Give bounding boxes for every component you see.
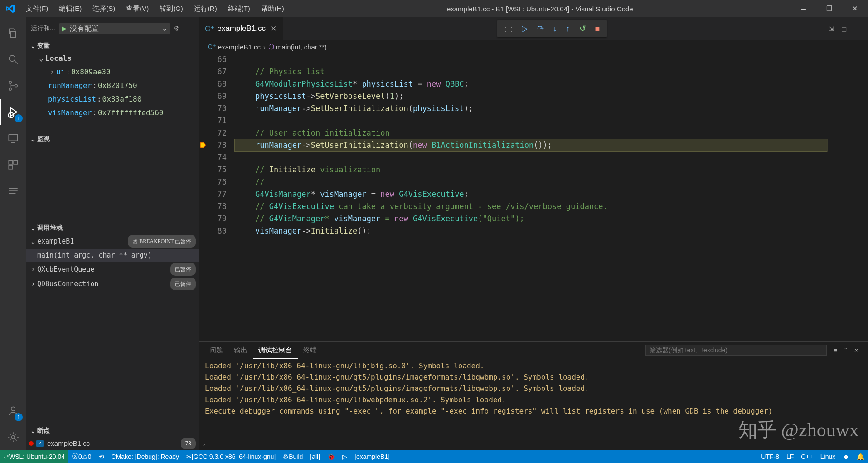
svg-rect-9 [14,160,18,164]
account-icon[interactable]: 1 [0,398,26,424]
watermark: 知乎 @zhouwx [738,417,859,443]
build-target[interactable]: [all] [306,453,324,460]
open-changes-icon[interactable]: ⇲ [825,25,838,32]
editor-tab[interactable]: C⁺ exampleB1.cc ✕ [199,17,283,40]
chevron-down-icon: ⌄ [29,224,37,232]
explorer-icon[interactable] [0,20,26,46]
svg-point-0 [9,55,15,61]
run-launch-icon[interactable]: ▷ [339,453,351,460]
close-button[interactable]: ✕ [842,0,868,17]
glyph-margin[interactable] [199,54,208,341]
remote-explorer-icon[interactable] [0,125,26,151]
more-icon[interactable]: ⋯ [182,24,194,33]
locals-scope[interactable]: ⌄ Locals [26,52,199,65]
output-tab[interactable]: 输出 [228,342,253,358]
restart-button[interactable]: ↺ [575,24,591,34]
menu-edit[interactable]: 编辑(E) [53,0,87,17]
menu-help[interactable]: 帮助(H) [256,0,290,17]
more-actions-icon[interactable]: ⋯ [850,25,863,32]
menu-bar: 文件(F) 编辑(E) 选择(S) 查看(V) 转到(G) 运行(R) 终端(T… [20,0,290,17]
vscode-logo-icon [0,0,20,17]
variable-row[interactable]: physicsList: 0x83af180 [26,93,199,106]
grip-icon[interactable]: ⋮⋮ [500,25,517,32]
remote-indicator[interactable]: ⇄ WSL: Ubuntu-20.04 [0,450,68,463]
run-and-debug-label: 运行和... [31,24,59,33]
language-mode[interactable]: C++ [797,453,816,460]
menu-select[interactable]: 选择(S) [87,0,121,17]
breakpoints-section-header[interactable]: ⌄ 断点 [26,425,199,437]
debug-toolbar[interactable]: ⋮⋮ ▷ ↷ ↓ ↑ ↺ ■ [497,20,607,37]
kit-status[interactable]: ✂ [GCC 9.3.0 x86_64-linux-gnu] [183,453,279,460]
live-share-icon[interactable]: ⟲ [95,453,108,460]
build-button[interactable]: ⚙ Build [279,453,306,460]
terminal-tab[interactable]: 终端 [298,342,322,358]
panel-filter-input[interactable] [645,345,827,356]
errors-warnings[interactable]: ⓧ 0 ⚠ 0 [68,453,95,461]
variable-row[interactable]: runManager: 0x8201750 [26,79,199,93]
cmake-status[interactable]: CMake: [Debug]: Ready [108,453,183,460]
debug-console-tab[interactable]: 调试控制台 [253,342,298,359]
minimize-button[interactable]: ─ [790,0,816,17]
close-tab-icon[interactable]: ✕ [266,24,276,34]
account-badge: 1 [15,413,23,421]
debug-side-panel: 运行和... ▶ 没有配置 ⌄ ⚙ ⋯ ⌄ 变量 ⌄ Locals › ui: … [26,17,199,450]
breakpoint-checkbox[interactable]: ✓ [36,440,44,447]
breakpoint-row[interactable]: ✓ exampleB1.cc 73 [26,437,199,450]
callstack-frame[interactable]: main(int argc, char ** argv) [26,249,199,262]
step-into-button[interactable]: ↓ [548,24,562,34]
debug-config-selector[interactable]: ▶ 没有配置 ⌄ [59,23,170,34]
step-out-button[interactable]: ↑ [562,24,575,34]
callstack-thread[interactable]: › QXcbEventQueue 已暂停 [26,262,199,277]
search-icon[interactable] [0,46,26,73]
watch-section-header[interactable]: ⌄ 监视 [26,133,199,145]
start-debug-icon[interactable]: ▶ [62,24,67,33]
panel-maximize-icon[interactable]: ˆ [841,347,850,354]
callstack-thread[interactable]: ⌄ exampleB1 因 BREAKPOINT 已暂停 [26,234,199,249]
cmake-icon[interactable] [0,178,26,204]
svg-point-2 [9,81,11,83]
callstack-section-header[interactable]: ⌄ 调用堆栈 [26,222,199,234]
menu-run[interactable]: 运行(R) [189,0,223,17]
menu-go[interactable]: 转到(G) [154,0,189,17]
continue-button[interactable]: ▷ [517,24,533,34]
variable-row[interactable]: › ui: 0x809ae30 [26,65,199,79]
svg-line-1 [15,61,18,64]
title-bar: 文件(F) 编辑(E) 选择(S) 查看(V) 转到(G) 运行(R) 终端(T… [0,0,868,17]
line-number-gutter: 666768697071727374757677787980 [208,54,235,341]
step-over-button[interactable]: ↷ [533,24,548,34]
variable-row[interactable]: visManager: 0x7fffffffed560 [26,106,199,120]
panel-settings-icon[interactable]: ≡ [830,347,841,354]
debug-target[interactable]: [exampleB1] [351,453,393,460]
problems-tab[interactable]: 问题 [204,342,228,358]
variables-section-header[interactable]: ⌄ 变量 [26,40,199,52]
svg-point-11 [11,407,15,411]
os[interactable]: Linux [817,453,839,460]
callstack-thread[interactable]: › QDBusConnection 已暂停 [26,277,199,291]
maximize-button[interactable]: ❐ [816,0,842,17]
menu-file[interactable]: 文件(F) [20,0,53,17]
gear-icon[interactable]: ⚙ [170,24,182,33]
breakpoint-dot-icon [29,441,34,446]
chevron-down-icon[interactable]: ⌄ [162,24,168,33]
breadcrumb[interactable]: C⁺ exampleB1.cc › ⬡ main(int, char **) [199,40,868,54]
source-control-icon[interactable] [0,73,26,99]
cpp-file-icon: C⁺ [208,43,218,51]
current-breakpoint-icon [199,141,207,149]
settings-gear-icon[interactable] [0,424,26,450]
run-debug-icon[interactable]: 1 [0,99,26,125]
split-editor-icon[interactable]: ◫ [838,25,850,32]
encoding[interactable]: UTF-8 [757,453,783,460]
code-editor[interactable]: // Physics list G4VModularPhysicsList* p… [235,54,827,341]
stop-button[interactable]: ■ [591,24,605,34]
extensions-icon[interactable] [0,151,26,178]
eol[interactable]: LF [783,453,797,460]
symbol-icon: ⬡ [268,43,276,51]
minimap[interactable] [827,54,868,341]
debug-launch-icon[interactable]: 🐞 [324,453,339,460]
feedback-icon[interactable]: ☻ [839,453,853,460]
menu-view[interactable]: 查看(V) [121,0,154,17]
svg-rect-10 [9,165,13,169]
notifications-icon[interactable]: 🔔 [853,453,868,460]
menu-terminal[interactable]: 终端(T) [223,0,256,17]
panel-close-icon[interactable]: ✕ [850,347,863,354]
